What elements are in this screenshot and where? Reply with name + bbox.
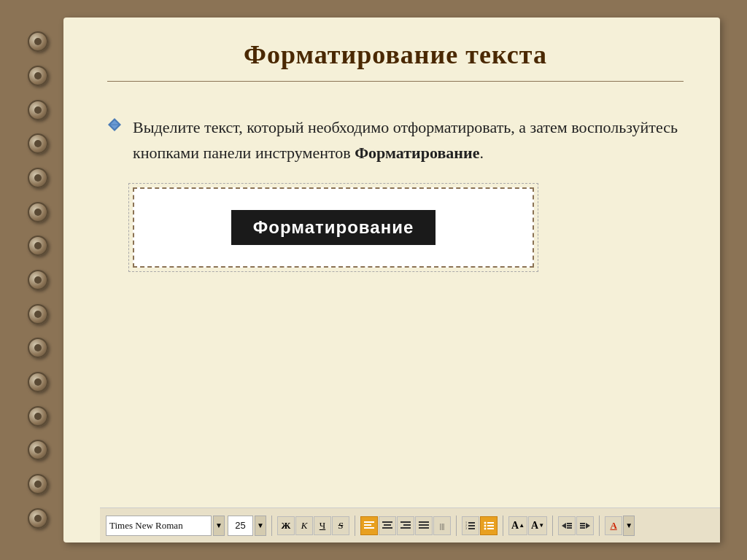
spiral-ring [28,372,48,392]
spiral-ring [28,236,48,256]
svg-point-23 [484,524,487,526]
align-right-button[interactable] [397,516,414,535]
svg-rect-31 [580,523,585,524]
separator-4 [503,516,503,536]
svg-rect-24 [487,525,494,526]
svg-rect-28 [567,523,572,524]
formatting-toolbar: ▼ ▼ Ж К Ч S [100,508,720,542]
svg-rect-32 [580,525,585,526]
spiral-ring [28,406,48,427]
svg-rect-5 [364,527,374,529]
spiral-ring [28,338,48,358]
bullet-text: Выделите текст, который необходимо отфор… [133,114,684,166]
spiral-ring [28,440,48,460]
toolbar-preview-label: Форматирование [231,210,436,245]
svg-marker-27 [562,523,566,529]
columns-button[interactable]: ||| [433,516,451,535]
svg-rect-12 [419,521,429,523]
text-style-group: Ж К Ч S [277,516,349,535]
font-name-input[interactable] [106,516,212,536]
svg-marker-34 [586,523,590,529]
increase-font-button[interactable]: A▲ [508,516,527,535]
spiral-ring [28,474,48,494]
toolbar-preview-box: Форматирование [133,187,534,268]
alignment-group: ||| [360,516,451,535]
decrease-font-button[interactable]: A▼ [528,516,547,535]
spiral-ring [28,304,48,324]
decrease-indent-button[interactable] [558,516,576,535]
svg-point-21 [484,521,487,524]
svg-rect-22 [487,522,494,524]
svg-rect-8 [382,527,392,529]
bullet-item: Выделите текст, который необходимо отфор… [107,114,684,166]
font-color-button[interactable]: A [605,516,622,535]
svg-rect-15 [468,522,475,524]
slide-content: Выделите текст, который необходимо отфор… [107,93,684,528]
increase-indent-button[interactable] [576,516,594,535]
svg-rect-9 [400,521,411,523]
svg-rect-14 [419,527,429,529]
font-size-input[interactable] [228,516,253,536]
svg-rect-17 [468,528,475,529]
svg-rect-29 [567,525,572,526]
underline-button[interactable]: Ч [314,516,331,535]
font-color-dropdown[interactable]: ▼ [623,516,635,536]
italic-button[interactable]: К [295,516,313,535]
svg-rect-30 [567,527,572,529]
svg-rect-26 [487,528,494,529]
spiral-ring [28,31,48,52]
spiral-ring [28,508,48,529]
svg-rect-13 [419,524,429,526]
spiral-ring [28,100,48,120]
bullet-icon [107,117,122,132]
font-size-group: ▼ [228,516,266,536]
svg-rect-33 [580,527,585,529]
numbered-list-button[interactable]: 1 2 3 [462,516,479,535]
outer-frame: Форматирование текста Выделите текст, ко… [16,10,731,550]
spiral-ring [28,133,48,154]
svg-rect-10 [403,524,411,526]
font-name-dropdown[interactable]: ▼ [213,516,225,536]
align-left-button[interactable] [360,516,378,535]
spiral-ring [28,168,48,188]
separator-3 [456,516,457,536]
separator-6 [599,516,600,536]
font-size-dropdown[interactable]: ▼ [255,516,266,536]
separator-5 [552,516,553,536]
svg-rect-16 [468,525,475,526]
svg-rect-3 [364,521,374,523]
svg-rect-7 [384,524,391,526]
slide: Форматирование текста Выделите текст, ко… [63,18,720,542]
svg-text:3: 3 [465,526,467,530]
slide-title: Форматирование текста [107,39,684,82]
svg-rect-4 [364,524,371,526]
list-group: 1 2 3 [462,516,498,535]
svg-rect-11 [400,527,411,529]
strikethrough-button[interactable]: S [332,516,349,535]
svg-rect-6 [382,521,392,523]
font-selector-group: ▼ [106,516,225,536]
justify-button[interactable] [415,516,433,535]
indent-group [558,516,594,535]
spiral-ring [28,66,48,86]
spiral-ring [28,202,48,222]
font-color-group: A ▼ [605,516,635,536]
align-center-button[interactable] [379,516,396,535]
font-size-change-group: A▲ A▼ [508,516,547,535]
bullet-list-button[interactable] [480,516,498,535]
spiral-binding [16,10,60,550]
separator-2 [355,516,355,536]
svg-point-25 [484,527,487,529]
spiral-ring [28,270,48,290]
bold-button[interactable]: Ж [277,516,295,535]
separator-1 [271,516,272,536]
